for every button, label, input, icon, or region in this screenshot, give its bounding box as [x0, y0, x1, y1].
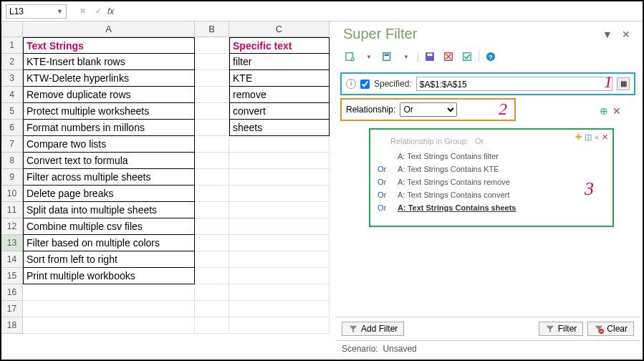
cell[interactable] — [195, 103, 229, 120]
filter-button[interactable]: Filter — [539, 322, 584, 336]
condition-row[interactable]: OrA: Text Strings Contains convert — [378, 188, 605, 201]
cell[interactable]: Text Strings — [23, 37, 195, 54]
row-header[interactable]: 7 — [1, 136, 23, 153]
cell[interactable] — [229, 186, 330, 202]
cell[interactable]: Compare two lists — [23, 136, 195, 153]
cell[interactable] — [229, 317, 330, 334]
cell[interactable]: Filter based on multiple colors — [23, 235, 195, 251]
add-filter-button[interactable]: Add Filter — [342, 322, 404, 336]
cell[interactable]: filter — [229, 54, 330, 70]
cell[interactable] — [229, 136, 330, 153]
row-header[interactable]: 5 — [1, 103, 23, 120]
cell[interactable] — [195, 202, 229, 218]
cell[interactable] — [229, 235, 330, 251]
cell[interactable] — [229, 202, 330, 218]
row-header[interactable]: 10 — [1, 186, 23, 202]
cell[interactable]: KTE-Insert blank rows — [23, 54, 195, 70]
select-all-corner[interactable] — [1, 21, 23, 37]
cell[interactable] — [23, 317, 195, 334]
save-scenario-icon[interactable] — [380, 49, 395, 64]
row-header[interactable]: 3 — [1, 70, 23, 87]
cell[interactable]: remove — [229, 87, 330, 103]
new-scenario-icon[interactable] — [343, 49, 357, 64]
relationship-select[interactable]: Or — [400, 102, 457, 117]
help-icon[interactable]: ? — [484, 49, 498, 64]
row-header[interactable]: 17 — [1, 301, 23, 317]
cell[interactable] — [229, 153, 330, 169]
cell[interactable]: Print multiple workbooks — [23, 268, 195, 284]
col-header-C[interactable]: C — [229, 21, 330, 37]
row-header[interactable]: 13 — [1, 235, 23, 251]
cell[interactable] — [229, 284, 330, 301]
row-header[interactable]: 16 — [1, 284, 23, 301]
cell[interactable]: Convert text to formula — [23, 153, 195, 169]
cell[interactable] — [195, 70, 229, 87]
fx-icon[interactable]: fx — [107, 6, 114, 16]
clear-button[interactable]: Clear — [587, 322, 634, 336]
condition-row[interactable]: A: Text Strings Contains filter — [378, 150, 605, 163]
cell[interactable] — [229, 301, 330, 317]
row-header[interactable]: 2 — [1, 54, 23, 70]
cell[interactable]: Sort from left to right — [23, 251, 195, 268]
cell[interactable] — [195, 235, 229, 251]
save-icon[interactable] — [423, 49, 437, 64]
close-icon[interactable]: ✕ — [620, 29, 633, 40]
cell[interactable] — [195, 268, 229, 284]
apply-icon[interactable] — [460, 49, 474, 64]
cell[interactable] — [195, 153, 229, 169]
info-icon[interactable]: i — [346, 79, 356, 89]
cell[interactable]: Remove duplicate rows — [23, 87, 195, 103]
cell[interactable]: Filter across multiple sheets — [23, 169, 195, 186]
formula-input[interactable] — [117, 4, 638, 19]
delete-group-icon[interactable]: ✕ — [612, 105, 621, 117]
cell[interactable]: Combine multiple csv files — [23, 218, 195, 235]
cell[interactable] — [195, 301, 229, 317]
cell[interactable] — [195, 136, 229, 153]
cell[interactable]: KTE — [229, 70, 330, 87]
cell[interactable] — [23, 301, 195, 317]
undo-icon[interactable] — [441, 49, 456, 64]
condition-row[interactable]: OrA: Text Strings Contains sheets — [378, 201, 605, 214]
toolbar-dropdown2-icon[interactable]: ▼ — [399, 49, 413, 64]
cell[interactable] — [195, 186, 229, 202]
condition-row[interactable]: OrA: Text Strings Contains KTE — [378, 163, 605, 175]
add-condition-icon[interactable]: ✚ — [575, 133, 582, 142]
collapse-icon[interactable]: « — [595, 133, 599, 142]
cell[interactable] — [195, 218, 229, 235]
add-group-icon[interactable]: ⊕ — [600, 105, 608, 117]
specified-checkbox[interactable] — [360, 80, 370, 89]
cell[interactable] — [195, 284, 229, 301]
col-header-B[interactable]: B — [195, 21, 229, 37]
cell[interactable]: sheets — [229, 120, 330, 136]
row-header[interactable]: 12 — [1, 218, 23, 235]
specified-range-input[interactable]: $A$1:$A$15 — [416, 77, 612, 91]
cell[interactable]: convert — [229, 103, 330, 120]
cell[interactable]: Specific text — [229, 37, 330, 54]
range-picker-icon[interactable]: ▦ — [617, 77, 630, 90]
row-header[interactable]: 6 — [1, 120, 23, 136]
cell[interactable] — [229, 169, 330, 186]
cell[interactable] — [195, 87, 229, 103]
cell[interactable] — [195, 169, 229, 186]
row-header[interactable]: 1 — [1, 37, 23, 54]
cell[interactable]: Format numbers in millons — [23, 120, 195, 136]
cell[interactable] — [195, 54, 229, 70]
cell[interactable] — [195, 251, 229, 268]
cell[interactable] — [229, 218, 330, 235]
row-header[interactable]: 15 — [1, 268, 23, 284]
name-box[interactable]: L13 ▼ — [6, 4, 67, 19]
toolbar-dropdown-icon[interactable]: ▼ — [362, 49, 376, 64]
copy-condition-icon[interactable]: ◫ — [585, 133, 592, 142]
cell[interactable] — [229, 268, 330, 284]
pane-menu-icon[interactable]: ▼ — [601, 29, 614, 40]
row-header[interactable]: 8 — [1, 153, 23, 169]
condition-row[interactable]: OrA: Text Strings Contains remove — [378, 175, 605, 188]
cell[interactable] — [195, 37, 229, 54]
cell[interactable]: Split data into multiple sheets — [23, 202, 195, 218]
cell[interactable] — [195, 317, 229, 334]
cell[interactable] — [195, 120, 229, 136]
remove-condition-icon[interactable]: ✕ — [602, 133, 608, 142]
cell[interactable]: Delete page breaks — [23, 186, 195, 202]
cell[interactable]: KTW-Delete hyperlinks — [23, 70, 195, 87]
row-header[interactable]: 11 — [1, 202, 23, 218]
